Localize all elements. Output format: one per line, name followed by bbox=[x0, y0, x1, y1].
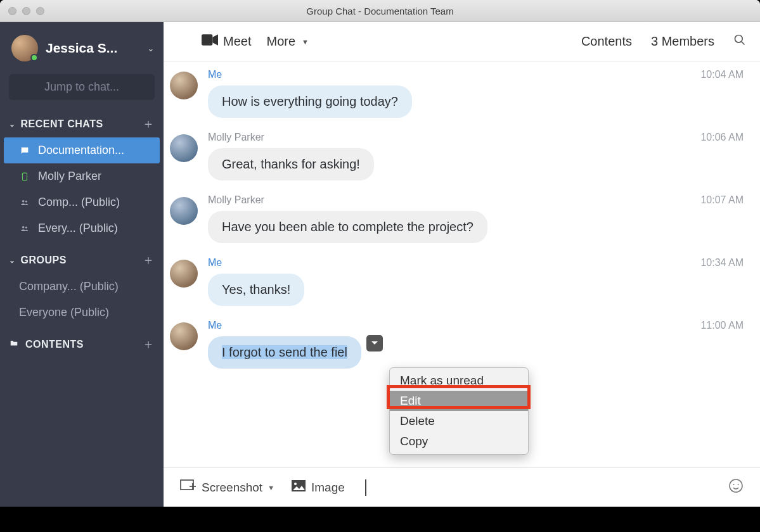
image-button[interactable]: Image bbox=[291, 479, 345, 495]
people-icon bbox=[19, 197, 30, 208]
message-timestamp: 10:06 AM bbox=[700, 132, 746, 143]
avatar bbox=[170, 197, 198, 225]
message-row: Molly Parker 10:07 AM Have you been able… bbox=[170, 191, 746, 253]
members-button[interactable]: 3 Members bbox=[651, 34, 714, 49]
sidebar-item-company[interactable]: Comp... (Public) bbox=[0, 189, 164, 215]
avatar bbox=[170, 260, 198, 288]
add-chat-button[interactable]: ＋ bbox=[142, 115, 155, 132]
phone-icon bbox=[19, 171, 30, 182]
message-text: I forgot to send the fiel bbox=[222, 345, 347, 359]
composer-toolbar: Screenshot ▼ Image bbox=[164, 467, 760, 507]
sender-name: Molly Parker bbox=[208, 194, 264, 206]
message-context-menu: Mark as unread Edit Delete Copy bbox=[389, 367, 529, 455]
svg-point-13 bbox=[730, 479, 742, 492]
group-item-company[interactable]: Company... (Public) bbox=[0, 274, 164, 300]
chat-icon bbox=[19, 145, 30, 156]
svg-rect-0 bbox=[23, 173, 27, 180]
sidebar-item-documentation[interactable]: Documentation... bbox=[4, 137, 160, 163]
menu-item-edit[interactable]: Edit bbox=[390, 391, 528, 411]
chevron-down-icon bbox=[371, 341, 378, 346]
window-title: Group Chat - Documentation Team bbox=[0, 6, 760, 16]
menu-item-copy[interactable]: Copy bbox=[390, 431, 528, 452]
message-row: Molly Parker 10:06 AM Great, thanks for … bbox=[170, 128, 746, 191]
message-row: Me 10:04 AM How is everything going toda… bbox=[170, 65, 746, 128]
caret-down-icon: ▼ bbox=[302, 38, 309, 46]
groups-header[interactable]: ⌄ GROUPS ＋ bbox=[0, 248, 164, 274]
contents-header[interactable]: CONTENTS ＋ bbox=[0, 326, 164, 358]
message-bubble[interactable]: Great, thanks for asking! bbox=[208, 148, 374, 180]
sender-name: Me bbox=[208, 257, 222, 269]
svg-point-4 bbox=[25, 226, 27, 228]
chat-topbar: Meet More ▼ Contents 3 Members bbox=[164, 22, 760, 61]
message-actions-button[interactable] bbox=[366, 335, 383, 352]
message-row: Me 10:34 AM Yes, thanks! bbox=[170, 253, 746, 316]
svg-point-3 bbox=[22, 225, 25, 228]
message-timestamp: 10:04 AM bbox=[700, 69, 746, 80]
image-icon bbox=[291, 479, 306, 495]
avatar bbox=[170, 322, 198, 350]
svg-rect-5 bbox=[202, 34, 212, 45]
avatar bbox=[170, 134, 198, 162]
chevron-down-icon: ⌄ bbox=[9, 120, 16, 129]
camera-icon bbox=[202, 34, 218, 49]
menu-item-delete[interactable]: Delete bbox=[390, 411, 528, 431]
chat-item-label: Documentation... bbox=[38, 144, 124, 157]
svg-point-1 bbox=[22, 200, 25, 202]
sidebar: Jessica S... ⌄ Jump to chat... ⌄ RECENT … bbox=[0, 22, 164, 507]
meet-button[interactable]: Meet bbox=[202, 34, 251, 49]
chat-item-label: Every... (Public) bbox=[38, 222, 118, 235]
add-content-button[interactable]: ＋ bbox=[142, 336, 155, 353]
jump-to-chat-input[interactable]: Jump to chat... bbox=[9, 74, 155, 100]
message-bubble[interactable]: I forgot to send the fiel bbox=[208, 336, 361, 369]
meet-label: Meet bbox=[223, 34, 251, 49]
avatar bbox=[170, 72, 198, 99]
contents-label: CONTENTS bbox=[25, 339, 84, 350]
message-bubble[interactable]: Have you been able to complete the proje… bbox=[208, 211, 487, 243]
app-window: Group Chat - Documentation Team Jessica … bbox=[0, 0, 760, 507]
more-label: More bbox=[266, 34, 295, 49]
divider bbox=[365, 479, 366, 496]
message-timestamp: 10:34 AM bbox=[700, 257, 746, 269]
profile-avatar bbox=[11, 35, 38, 61]
message-timestamp: 11:00 AM bbox=[700, 320, 746, 331]
sidebar-item-molly[interactable]: Molly Parker bbox=[0, 163, 164, 189]
chat-item-label: Molly Parker bbox=[38, 170, 101, 183]
add-group-button[interactable]: ＋ bbox=[142, 251, 155, 269]
message-bubble[interactable]: Yes, thanks! bbox=[208, 274, 304, 306]
presence-indicator bbox=[30, 54, 38, 61]
svg-point-15 bbox=[738, 484, 739, 485]
emoji-button[interactable] bbox=[728, 478, 744, 497]
chevron-down-icon: ⌄ bbox=[147, 43, 155, 53]
sender-name: Me bbox=[208, 69, 222, 80]
search-button[interactable] bbox=[733, 34, 746, 49]
svg-line-7 bbox=[742, 42, 745, 45]
svg-point-14 bbox=[733, 484, 735, 485]
svg-point-6 bbox=[735, 35, 743, 43]
message-bubble[interactable]: How is everything going today? bbox=[208, 86, 412, 118]
people-icon bbox=[19, 223, 30, 234]
screenshot-button[interactable]: Screenshot ▼ bbox=[180, 479, 274, 495]
chevron-down-icon: ⌄ bbox=[9, 256, 16, 265]
screenshot-icon bbox=[180, 479, 196, 495]
more-button[interactable]: More ▼ bbox=[266, 34, 308, 49]
folder-icon bbox=[9, 339, 19, 350]
chat-item-label: Comp... (Public) bbox=[38, 196, 120, 209]
svg-point-2 bbox=[25, 200, 27, 202]
screenshot-label: Screenshot bbox=[202, 481, 262, 495]
sender-name: Me bbox=[208, 320, 222, 331]
profile-selector[interactable]: Jessica S... ⌄ bbox=[0, 22, 164, 70]
image-label: Image bbox=[311, 481, 345, 495]
svg-point-12 bbox=[294, 483, 297, 485]
recent-chats-header[interactable]: ⌄ RECENT CHATS ＋ bbox=[0, 111, 164, 137]
groups-label: GROUPS bbox=[21, 255, 67, 266]
group-item-everyone[interactable]: Everyone (Public) bbox=[0, 300, 164, 326]
message-timestamp: 10:07 AM bbox=[700, 194, 746, 206]
svg-rect-8 bbox=[181, 480, 193, 490]
sidebar-item-everyone[interactable]: Every... (Public) bbox=[0, 215, 164, 241]
sender-name: Molly Parker bbox=[208, 132, 264, 143]
recent-chats-label: RECENT CHATS bbox=[21, 118, 103, 130]
contents-button[interactable]: Contents bbox=[581, 34, 632, 49]
menu-item-mark-unread[interactable]: Mark as unread bbox=[390, 370, 528, 391]
profile-name: Jessica S... bbox=[46, 41, 139, 56]
caret-down-icon: ▼ bbox=[267, 484, 274, 491]
